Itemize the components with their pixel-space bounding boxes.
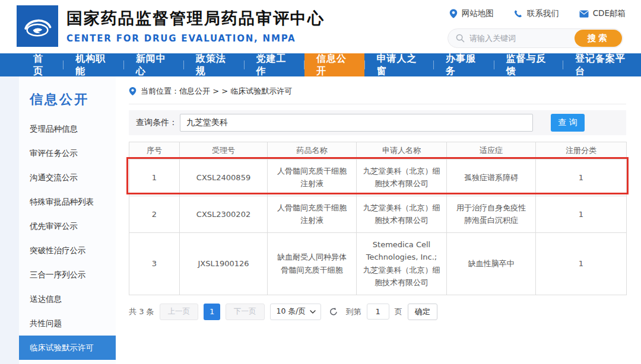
sidebar-item-accepted-varieties[interactable]: 受理品种信息 — [19, 117, 116, 141]
cde-mail-link[interactable]: CDE邮箱 — [579, 8, 626, 19]
sidebar-item-review-tasks[interactable]: 审评任务公示 — [19, 141, 116, 165]
results-table: 序号 受理号 药品名称 申请人名称 适应症 注册分类 1 CXSL2400859 — [129, 142, 627, 295]
nav-item-news[interactable]: 新闻中心 — [124, 53, 184, 76]
search-button[interactable]: 搜索 — [575, 30, 622, 47]
query-button[interactable]: 查 询 — [551, 114, 585, 132]
next-page-button[interactable]: 下一页 — [226, 304, 265, 320]
cell-drug-name: 人骨髓间充质干细胞注射液 — [268, 159, 357, 196]
refresh-icon — [329, 307, 338, 317]
cell-seq: 3 — [129, 232, 180, 295]
nav-item-policies[interactable]: 政策法规 — [184, 53, 244, 76]
col-header-indication: 适应症 — [447, 142, 536, 159]
main-panel: 当前位置：信息公开 > > 临床试验默示许可 查询条件： 查 询 序号 受理号 … — [116, 76, 641, 364]
table-row-2: 2 CXSL2300202 人骨髓间充质干细胞注射液 九芝堂美科（北京）细胞技术… — [129, 196, 627, 232]
content-area: 信息公开 受理品种信息 审评任务公示 沟通交流公示 特殊审批品种列表 优先审评公… — [0, 76, 641, 364]
breadcrumb-text: 当前位置：信息公开 > > 临床试验默示许可 — [141, 86, 292, 97]
cell-acceptance-no: CXSL2300202 — [180, 196, 268, 232]
sidebar-item-clinical-trial-implied-license[interactable]: 临床试验默示许可 — [19, 336, 116, 360]
page-size-select[interactable]: 10 条/页 — [270, 304, 321, 320]
prev-page-button[interactable]: 上一页 — [160, 304, 199, 320]
cell-indication: 用于治疗自身免疫性肺泡蛋白沉积症 — [447, 196, 536, 232]
page-number-1[interactable]: 1 — [204, 304, 220, 320]
breadcrumb: 当前位置：信息公开 > > 临床试验默示许可 — [129, 86, 626, 104]
nav-item-home[interactable]: 首页 — [21, 53, 63, 76]
main-nav: 首页 机构职能 新闻中心 政策法规 党建工作 信息公开 申请人之窗 办事服务 监… — [0, 53, 641, 76]
cell-acceptance-no: JXSL1900126 — [180, 232, 268, 295]
sidebar-item-common-issues[interactable]: 共性问题 — [19, 311, 116, 336]
location-pin-icon — [129, 87, 137, 96]
cell-seq: 2 — [129, 196, 180, 232]
table-header-row: 序号 受理号 药品名称 申请人名称 适应症 注册分类 — [129, 142, 627, 159]
table-row-1: 1 CXSL2400859 人骨髓间充质干细胞注射液 九芝堂美科（北京）细胞技术… — [129, 159, 627, 196]
goto-confirm-button[interactable]: 确定 — [408, 304, 437, 320]
swan-logo-icon — [20, 9, 55, 43]
cde-mail-link-label: CDE邮箱 — [593, 8, 626, 19]
col-header-seq: 序号 — [129, 142, 180, 159]
refresh-button[interactable] — [329, 307, 338, 317]
query-condition-input[interactable] — [180, 114, 533, 132]
col-header-acceptance-no: 受理号 — [180, 142, 268, 159]
cell-registration-class: 1 — [536, 196, 627, 232]
cell-indication: 孤独症谱系障碍 — [447, 159, 536, 196]
phone-icon — [514, 9, 523, 18]
cell-acceptance-no: CXSL2400859 — [180, 159, 268, 196]
cde-logo — [17, 5, 58, 47]
mail-icon — [579, 10, 589, 18]
col-header-drug-name: 药品名称 — [268, 142, 357, 159]
sidebar-item-communication[interactable]: 沟通交流公示 — [19, 165, 116, 190]
nav-item-applicant-window[interactable]: 申请人之窗 — [364, 53, 433, 76]
table-row-3: 3 JXSL1900126 缺血耐受人同种异体骨髓间充质干细胞 Stemedic… — [129, 232, 627, 295]
cell-applicant: 九芝堂美科（北京）细胞技术有限公司 — [357, 159, 447, 196]
results-table-wrap: 序号 受理号 药品名称 申请人名称 适应症 注册分类 1 CXSL2400859 — [129, 142, 626, 295]
sidebar: 信息公开 受理品种信息 审评任务公示 沟通交流公示 特殊审批品种列表 优先审评公… — [0, 76, 116, 364]
cell-registration-class: 1 — [536, 232, 627, 295]
sidebar-item-priority-review[interactable]: 优先审评公示 — [19, 214, 116, 238]
site-header: 国家药品监督管理局药品审评中心 CENTER FOR DRUG EVALUATI… — [0, 0, 641, 53]
sidebar-item-three-in-one-sequence[interactable]: 三合一序列公示 — [19, 263, 116, 287]
contact-us-link-label: 联系我们 — [527, 8, 559, 19]
sitemap-link-label: 网站地图 — [462, 8, 494, 19]
nav-item-supervision-feedback[interactable]: 监督与反馈 — [494, 53, 563, 76]
query-condition-label: 查询条件： — [136, 117, 177, 128]
contact-us-link[interactable]: 联系我们 — [514, 8, 559, 19]
sidebar-panel: 信息公开 受理品种信息 审评任务公示 沟通交流公示 特殊审批品种列表 优先审评公… — [19, 76, 116, 364]
nav-item-services[interactable]: 办事服务 — [434, 53, 494, 76]
sidebar-item-special-approval-list[interactable]: 特殊审批品种列表 — [19, 190, 116, 214]
pagination-total: 共 3 条 — [129, 306, 154, 317]
col-header-registration-class: 注册分类 — [536, 142, 627, 159]
site-title-en: CENTER FOR DRUG EVALUATION, NMPA — [66, 33, 325, 44]
sidebar-item-delivery-info[interactable]: 送达信息 — [19, 287, 116, 311]
nav-item-party-building[interactable]: 党建工作 — [245, 53, 304, 76]
col-header-applicant: 申请人名称 — [357, 142, 447, 159]
cell-drug-name: 人骨髓间充质干细胞注射液 — [268, 196, 357, 232]
sitemap-link[interactable]: 网站地图 — [449, 8, 494, 19]
cell-registration-class: 1 — [536, 159, 627, 196]
sidebar-item-breakthrough-therapy[interactable]: 突破性治疗公示 — [19, 238, 116, 263]
page: 国家药品监督管理局药品审评中心 CENTER FOR DRUG EVALUATI… — [0, 0, 641, 364]
site-search: 搜索 — [448, 28, 623, 48]
cell-applicant: 九芝堂美科（北京）细胞技术有限公司 — [357, 196, 447, 232]
page-size-value: 10 条/页 — [277, 306, 306, 317]
brand-titles: 国家药品监督管理局药品审评中心 CENTER FOR DRUG EVALUATI… — [66, 8, 325, 44]
query-bar: 查询条件： 查 询 — [129, 110, 626, 135]
nav-item-registration-platform[interactable]: 登记备案平台 — [563, 53, 641, 76]
search-icon — [456, 34, 465, 43]
cell-drug-name: 缺血耐受人同种异体骨髓间充质干细胞 — [268, 232, 357, 295]
site-title-cn: 国家药品监督管理局药品审评中心 — [66, 8, 325, 29]
nav-item-functions[interactable]: 机构职能 — [64, 53, 123, 76]
pagination: 共 3 条 上一页 1 下一页 10 条/页 到第 — [129, 304, 626, 320]
chevron-down-icon — [310, 310, 316, 314]
goto-page-unit: 页 — [395, 306, 402, 317]
cell-seq: 1 — [129, 159, 180, 196]
goto-page-input[interactable] — [367, 304, 389, 320]
header-quick-links: 网站地图 联系我们 CDE邮箱 — [449, 8, 626, 19]
location-pin-icon — [449, 9, 458, 18]
sidebar-title: 信息公开 — [19, 91, 116, 108]
nav-item-info-disclosure[interactable]: 信息公开 — [304, 53, 364, 76]
cell-applicant: Stemedica Cell Technologies, Inc.;九芝堂美科（… — [357, 232, 447, 295]
cell-indication: 缺血性脑卒中 — [447, 232, 536, 295]
goto-page-label: 到第 — [346, 306, 361, 317]
